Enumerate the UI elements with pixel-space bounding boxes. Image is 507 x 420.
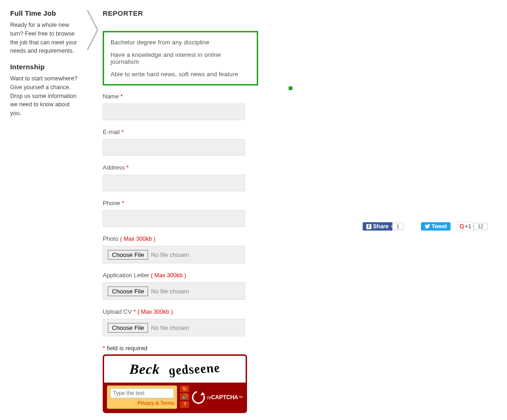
app-letter-file-block: Choose File No file chosen (103, 282, 245, 300)
app-letter-choose-file-button[interactable]: Choose File (108, 286, 148, 296)
name-label: Name * (103, 93, 245, 100)
internship-heading[interactable]: Internship (10, 63, 82, 71)
captcha-icon-group: ↻ 🔊 ? (180, 385, 189, 409)
photo-label: Photo ( Max 300kb ) (103, 235, 292, 242)
captcha-controls: Privacy & Terms ↻ 🔊 ? reCAPTCHA™ (104, 383, 246, 412)
photo-choose-file-button[interactable]: Choose File (108, 250, 148, 260)
recaptcha-logo: reCAPTCHA™ (192, 385, 243, 409)
tw-share: Tweet (421, 18, 451, 420)
required-star-icon: * (126, 164, 129, 171)
captcha-input[interactable] (110, 388, 174, 398)
captcha-help-icon[interactable]: ? (180, 401, 189, 408)
gplus-share: G+1 12 (457, 18, 488, 420)
captcha-refresh-icon[interactable]: ↻ (180, 385, 189, 392)
max-size-hint: ( Max 300kb ) (151, 272, 186, 279)
required-star-icon: * (121, 128, 124, 135)
email-group: E-mail * (103, 128, 245, 156)
main: REPORTER Bachelor degree from any discip… (103, 9, 292, 420)
max-size-hint: ( Max 300kb ) (120, 236, 155, 242)
required-star-icon: * (120, 93, 123, 100)
internship-text: Want to start somewhere? Give yourself a… (10, 74, 82, 118)
gplus-count: 12 (474, 223, 488, 230)
required-star-icon: * (122, 200, 124, 207)
cv-no-file-text: No file chosen (151, 324, 189, 331)
address-label: Address * (103, 164, 245, 171)
captcha-audio-icon[interactable]: 🔊 (180, 393, 189, 400)
fb-share-button[interactable]: Share (363, 222, 392, 231)
address-input[interactable] (103, 175, 245, 191)
captcha-privacy-link[interactable]: Privacy & Terms (137, 400, 174, 406)
phone-group: Phone * (103, 200, 245, 227)
recaptcha-brand-text: reCAPTCHA™ (207, 394, 243, 401)
cv-label: Upload CV * ( Max 300kb ) (103, 308, 292, 315)
fb-share: Share 1 (363, 18, 403, 420)
email-label: E-mail * (103, 128, 245, 135)
recaptcha-circle-icon (190, 388, 207, 406)
cv-choose-file-button[interactable]: Choose File (108, 323, 148, 333)
required-note: * field is required (103, 345, 292, 352)
page-title: REPORTER (103, 9, 292, 17)
requirements-box: Bachelor degree from any discipline Have… (103, 31, 258, 85)
captcha-image: Beckgedseene (104, 356, 246, 383)
requirement-line: Bachelor degree from any discipline (111, 39, 250, 46)
captcha-input-box: Privacy & Terms (107, 385, 177, 409)
cv-file-block: Choose File No file chosen (103, 319, 245, 336)
arrow-wrap (82, 9, 103, 420)
tweet-button[interactable]: Tweet (421, 222, 451, 231)
required-star-icon: * (134, 308, 136, 315)
photo-file-block: Choose File No file chosen (103, 246, 245, 263)
app-letter-no-file-text: No file chosen (151, 288, 189, 295)
email-input[interactable] (103, 139, 245, 156)
phone-label: Phone * (103, 200, 245, 207)
fulltime-heading[interactable]: Full Time Job (10, 9, 82, 17)
photo-no-file-text: No file chosen (151, 251, 189, 258)
twitter-bird-icon (425, 224, 430, 229)
max-size-hint: ( Max 300kb ) (137, 309, 173, 315)
fulltime-text: Ready for a whole new turn? Feel free to… (10, 21, 82, 55)
fb-share-count: 1 (392, 223, 403, 230)
gplus-button[interactable]: G+1 (457, 222, 474, 231)
name-input[interactable] (103, 103, 245, 120)
sidebar: Full Time Job Ready for a whole new turn… (10, 9, 82, 420)
requirement-line: Able to write hard news, soft news and f… (111, 71, 250, 78)
chevron-right-icon (87, 9, 100, 51)
requirement-line: Have a knowledge and interest in online … (111, 51, 250, 65)
recaptcha-widget: Beckgedseene Privacy & Terms ↻ 🔊 ? reCAP… (103, 354, 247, 413)
phone-input[interactable] (103, 210, 245, 227)
name-group: Name * (103, 93, 245, 120)
social-share-bar: Share 1 Tweet G+1 12 (292, 9, 497, 420)
loading-indicator-icon (289, 86, 292, 90)
app-letter-label: Application Letter ( Max 300kb ) (103, 272, 292, 279)
address-group: Address * (103, 164, 245, 191)
